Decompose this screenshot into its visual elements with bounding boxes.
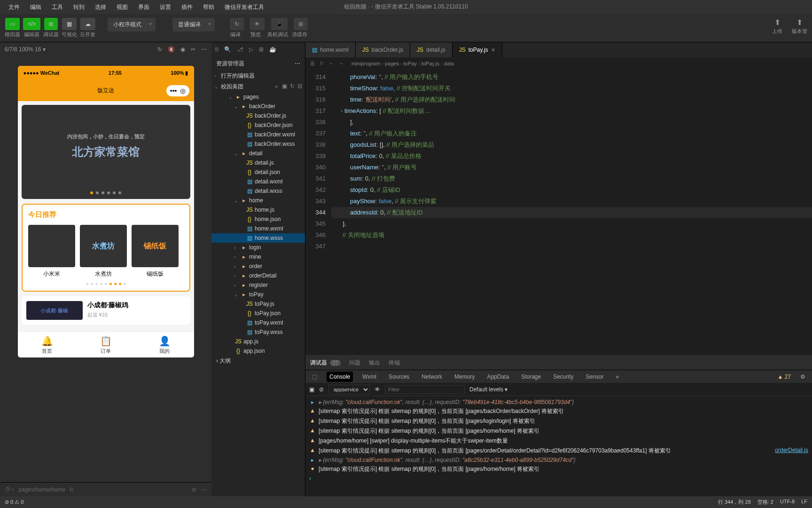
tree-home.json[interactable]: {}home.json: [211, 214, 305, 224]
action-清缓存[interactable]: ⊞: [294, 18, 308, 30]
cup-icon[interactable]: ☕: [269, 46, 276, 53]
panel-tab-问题[interactable]: 问题: [349, 359, 360, 367]
tree-toPay.wxss[interactable]: ▤toPay.wxss: [211, 327, 305, 337]
action-真机调试[interactable]: 📱: [271, 18, 288, 30]
tree-toPay.json[interactable]: {}toPay.json: [211, 309, 305, 318]
menu-界面[interactable]: 界面: [133, 1, 154, 13]
capsule[interactable]: •••◎: [166, 85, 189, 96]
devtab-Storage[interactable]: Storage: [518, 372, 544, 382]
panel-tab-输出[interactable]: 输出: [369, 359, 380, 367]
status-item[interactable]: 空格: 2: [757, 499, 773, 506]
menu-选择[interactable]: 选择: [90, 1, 111, 13]
menu-编辑[interactable]: 编辑: [25, 1, 46, 13]
explorer-more-icon[interactable]: ⋯: [295, 60, 300, 67]
status-item[interactable]: 行 344，列 28: [718, 499, 751, 506]
tree-backOrder.json[interactable]: {}backOrder.json: [211, 120, 305, 130]
menu-微信开发者工具[interactable]: 微信开发者工具: [220, 1, 269, 13]
sim-more-icon[interactable]: ⋯: [201, 486, 207, 493]
panel-tab-调试器[interactable]: 调试器: [310, 359, 327, 367]
menu-转到[interactable]: 转到: [69, 1, 89, 13]
forward-icon[interactable]: →: [339, 61, 344, 67]
console-prompt[interactable]: ›: [309, 474, 808, 483]
project-root[interactable]: ⌄校园美团＋▣↻⊟: [211, 81, 305, 92]
device-select[interactable]: 6/7/8 100% 16 ▾: [5, 46, 46, 53]
tree-backOrder.js[interactable]: JSbackOrder.js: [211, 111, 305, 120]
menu-帮助[interactable]: 帮助: [198, 1, 219, 13]
menu-设置[interactable]: 设置: [155, 1, 176, 13]
devtab-AppData[interactable]: AppData: [484, 372, 512, 382]
tb-上传[interactable]: ⬆: [774, 18, 781, 27]
rotate-icon[interactable]: ↻: [157, 46, 162, 53]
tree-login[interactable]: ›▸login: [211, 243, 305, 252]
code-area[interactable]: 3143153163173363373383393403413423433443…: [305, 70, 812, 355]
cloud-button[interactable]: ☁: [80, 18, 95, 30]
rec-item[interactable]: 小米米: [28, 225, 75, 278]
tree-home.wxss[interactable]: ▤home.wxss: [211, 233, 305, 243]
tree-home[interactable]: ⌄▸home: [211, 196, 305, 205]
inspect-icon[interactable]: ⬚: [309, 372, 320, 382]
timing-icon[interactable]: ⏱ ›: [5, 486, 14, 493]
tree-backOrder.wxss[interactable]: ▤backOrder.wxss: [211, 139, 305, 149]
block-icon[interactable]: ⊘: [319, 386, 324, 393]
tree-backOrder[interactable]: ⌄▸backOrder: [211, 102, 305, 111]
tree-app.js[interactable]: JSapp.js: [211, 337, 305, 346]
tree-order[interactable]: ›▸order: [211, 262, 305, 271]
tree-register[interactable]: ›▸register: [211, 280, 305, 290]
tree-home.wxml[interactable]: ▤home.wxml: [211, 224, 305, 233]
tree-toPay.wxml[interactable]: ▤toPay.wxml: [211, 318, 305, 327]
levels-select[interactable]: Default levels ▾: [469, 386, 508, 393]
status-item[interactable]: UTF-8: [780, 499, 795, 506]
filter-input[interactable]: [385, 385, 465, 394]
tab-detail.js[interactable]: JSdetail.js: [410, 42, 453, 57]
tb-版本管[interactable]: ⬆: [796, 18, 803, 27]
cut-icon[interactable]: ✂: [191, 46, 195, 53]
tree-detail.wxml[interactable]: ▤detail.wxml: [211, 177, 305, 186]
devtab-Sensor[interactable]: Sensor: [583, 372, 607, 382]
mode-select[interactable]: 小程序模式: [108, 18, 156, 32]
tabbar-我的[interactable]: 👤我的: [135, 332, 194, 357]
banner[interactable]: 北方家常菜馆 内没包间，小炒，生日宴会，预定: [22, 105, 190, 199]
menu-插件[interactable]: 插件: [177, 1, 197, 13]
tab-toPay.js[interactable]: JStoPay.js✕: [453, 42, 502, 57]
tree-detail.js[interactable]: JSdetail.js: [211, 158, 305, 167]
collapse-icon[interactable]: ⊟: [297, 83, 302, 91]
tree-backOrder.wxml[interactable]: ▤backOrder.wxml: [211, 130, 305, 139]
menu-视图[interactable]: 视图: [112, 1, 133, 13]
panel-tab-终端[interactable]: 终端: [389, 359, 400, 367]
menu-文件[interactable]: 文件: [4, 1, 24, 13]
tree-orderDetail[interactable]: ›▸orderDetail: [211, 271, 305, 280]
tree-toPay.js[interactable]: JStoPay.js: [211, 299, 305, 309]
mute-icon[interactable]: 🔇: [168, 46, 175, 53]
status-item[interactable]: LF: [801, 499, 807, 506]
debug-icon[interactable]: ▷: [249, 46, 253, 53]
new-file-icon[interactable]: ＋: [273, 83, 279, 91]
tree-pages[interactable]: ⌄▸pages: [211, 92, 305, 102]
action-编译[interactable]: ↻: [230, 18, 244, 30]
record-icon[interactable]: ◉: [180, 46, 185, 53]
devtab-Console[interactable]: Console: [327, 372, 353, 382]
tree-detail.wxss[interactable]: ▤detail.wxss: [211, 186, 305, 196]
debugger-button[interactable]: ⧉: [44, 18, 58, 30]
simulator-button[interactable]: ▭: [5, 18, 20, 30]
copy-icon[interactable]: ⎘: [70, 486, 73, 493]
files-icon[interactable]: ⎘: [215, 46, 219, 53]
warn-count[interactable]: ▲ 27: [774, 372, 794, 382]
tree-detail.json[interactable]: {}detail.json: [211, 167, 305, 177]
bookmark-icon[interactable]: ⚐: [320, 61, 324, 67]
breadcrumb[interactable]: ☰⚐←→ miniprogram › pages › toPay › toPay…: [305, 57, 812, 70]
tree-detail[interactable]: ⌄▸detail: [211, 149, 305, 158]
open-editors[interactable]: ›打开的编辑器: [211, 71, 305, 81]
close-icon[interactable]: ✕: [491, 47, 495, 53]
clear-icon[interactable]: ▣: [309, 386, 314, 393]
visual-button[interactable]: ▦: [62, 18, 77, 30]
tree-home.js[interactable]: JShome.js: [211, 205, 305, 214]
search-icon[interactable]: 🔍: [224, 46, 231, 53]
tab-backOrder.js[interactable]: JSbackOrder.js: [356, 42, 410, 57]
context-select[interactable]: appservice: [328, 385, 370, 394]
devtab-Wxml[interactable]: Wxml: [359, 372, 379, 382]
devtab-Network[interactable]: Network: [419, 372, 445, 382]
no-view-icon[interactable]: ⊘: [192, 486, 196, 493]
action-预览[interactable]: 👁: [250, 18, 265, 30]
more-tabs-icon[interactable]: »: [613, 372, 622, 382]
gear-icon[interactable]: ⚙: [797, 372, 808, 382]
